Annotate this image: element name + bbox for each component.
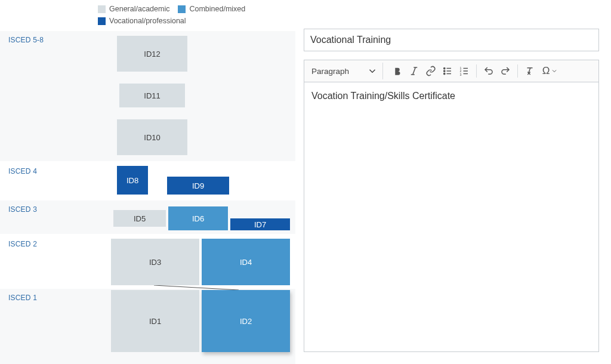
- title-input[interactable]: [304, 29, 599, 51]
- redo-button[interactable]: [497, 63, 514, 79]
- level-label-isced1: ISCED 1: [8, 294, 37, 302]
- italic-button[interactable]: [406, 63, 422, 79]
- editor-toolbar: Paragraph 123: [304, 60, 598, 82]
- link-button[interactable]: [422, 63, 439, 79]
- bullet-list-button[interactable]: [439, 63, 456, 79]
- level-label-isced58: ISCED 5-8: [8, 36, 44, 44]
- svg-point-5: [444, 73, 445, 74]
- block-format-select[interactable]: Paragraph: [307, 63, 383, 79]
- node-id6[interactable]: ID6: [168, 206, 228, 230]
- swatch-general: [98, 5, 106, 13]
- undo-button[interactable]: [480, 63, 497, 79]
- svg-point-3: [444, 67, 445, 69]
- legend-item-general: General/academic: [98, 5, 169, 13]
- swatch-vocational: [98, 17, 106, 25]
- node-id11[interactable]: ID11: [119, 84, 185, 107]
- node-id7[interactable]: ID7: [230, 218, 290, 230]
- swatch-combined: [178, 5, 186, 13]
- level-label-isced2: ISCED 2: [8, 240, 37, 248]
- node-id9[interactable]: ID9: [167, 177, 229, 195]
- node-id4[interactable]: ID4: [202, 239, 290, 285]
- legend-label-combined: Combined/mixed: [189, 5, 245, 13]
- node-id10[interactable]: ID10: [117, 119, 187, 155]
- legend-item-vocational: Vocational/professional: [98, 17, 186, 25]
- rich-text-editor: Paragraph 123: [304, 60, 599, 352]
- level-label-isced3: ISCED 3: [8, 205, 37, 214]
- node-id1[interactable]: ID1: [111, 290, 199, 352]
- node-id3[interactable]: ID3: [111, 239, 199, 285]
- svg-point-4: [444, 70, 445, 72]
- node-id8[interactable]: ID8: [117, 166, 148, 195]
- legend-label-vocational: Vocational/professional: [109, 17, 186, 25]
- legend-label-general: General/academic: [109, 5, 169, 13]
- editor-content: Vocation Training/Skills Certificate: [311, 91, 591, 101]
- special-char-button[interactable]: Ω: [538, 63, 562, 79]
- editor-panel: Paragraph 123: [295, 0, 611, 364]
- level-label-isced4: ISCED 4: [8, 167, 37, 175]
- node-id5[interactable]: ID5: [113, 210, 166, 227]
- toolbar-separator: [476, 64, 477, 78]
- clear-format-button[interactable]: [521, 63, 538, 79]
- numbered-list-button[interactable]: 123: [456, 63, 473, 79]
- editor-body[interactable]: Vocation Training/Skills Certificate: [304, 82, 598, 351]
- legend: General/academic Combined/mixed Vocation…: [98, 5, 245, 25]
- legend-item-combined: Combined/mixed: [178, 5, 245, 13]
- svg-text:3: 3: [460, 73, 462, 76]
- chevron-down-icon: [367, 66, 378, 76]
- block-format-label: Paragraph: [311, 67, 349, 76]
- diagram-panel: General/academic Combined/mixed Vocation…: [0, 0, 295, 364]
- node-id12[interactable]: ID12: [117, 36, 187, 72]
- toolbar-separator: [517, 64, 518, 78]
- svg-line-0: [413, 67, 416, 75]
- bold-button[interactable]: [389, 63, 406, 79]
- node-id2[interactable]: ID2: [202, 290, 290, 352]
